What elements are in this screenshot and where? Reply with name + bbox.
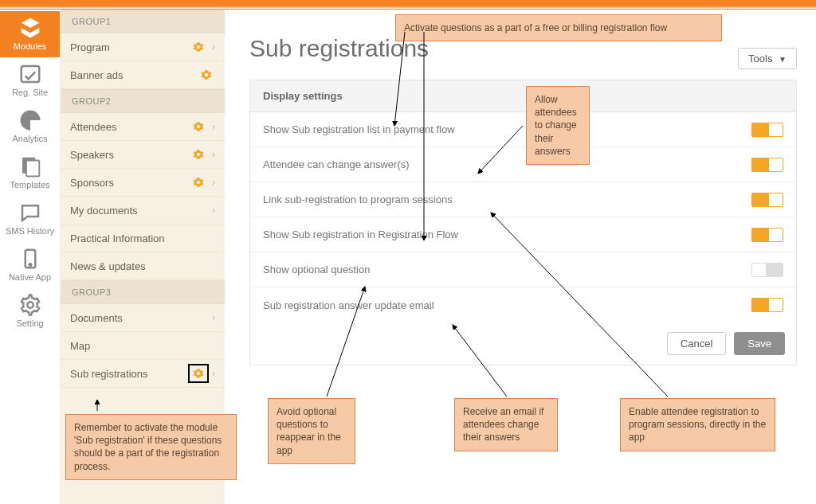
setting-row-3: Show Sub registration in Registration Fl…: [250, 217, 796, 252]
svg-point-4: [29, 264, 31, 266]
setting-toggle-3[interactable]: [751, 228, 783, 242]
setting-row-4: Show optional question: [250, 252, 796, 287]
sidebar-item-label: Documents: [70, 312, 207, 324]
iconbar-item-reg-site[interactable]: Reg. Site: [0, 57, 60, 104]
iconbar-label: Native App: [9, 272, 51, 282]
sidebar-group-group3: GROUP3: [61, 280, 225, 304]
gear-icon[interactable]: [190, 39, 207, 55]
sidebar-item-map[interactable]: Map: [61, 332, 225, 360]
sms-history-icon: [18, 201, 42, 226]
callout-remember-module: Remember to activate the module 'Sub reg…: [65, 414, 237, 480]
sidebar-item-program[interactable]: Program›: [61, 33, 225, 61]
sidebar-item-my-documents[interactable]: My documents›: [61, 197, 225, 225]
svg-rect-0: [21, 66, 39, 82]
iconbar-label: Modules: [14, 41, 47, 51]
setting-toggle-1[interactable]: [751, 158, 783, 172]
panel-header: Display settings: [250, 80, 796, 112]
sidebar-item-attendees[interactable]: Attendees›: [61, 113, 225, 141]
iconbar-label: SMS History: [6, 226, 54, 236]
setting-toggle-4[interactable]: [751, 263, 783, 277]
top-accent-bar: [0, 0, 816, 10]
callout-allow-change: Allow attendees to change their answers: [526, 86, 590, 165]
setting-label: Show Sub registration in Registration Fl…: [263, 229, 458, 240]
iconbar-item-sms-history[interactable]: SMS History: [0, 196, 60, 242]
setting-row-2: Link sub-registration to program session…: [250, 182, 796, 217]
sidebar-item-documents[interactable]: Documents›: [61, 304, 225, 332]
chevron-right-icon: ›: [212, 41, 215, 53]
chevron-right-icon: ›: [212, 177, 215, 188]
setting-row-1: Attendee can change answer(s): [250, 147, 796, 182]
callout-enable-sessions: Enable attendee registration to program …: [620, 398, 775, 451]
sidebar-item-label: My documents: [70, 205, 207, 217]
sidebar-group-group2: GROUP2: [61, 89, 225, 113]
setting-icon: [18, 293, 42, 318]
setting-label: Show Sub registration list in payment fl…: [263, 123, 455, 135]
iconbar-item-templates[interactable]: Templates: [0, 150, 60, 196]
tools-dropdown[interactable]: Tools ▼: [738, 48, 797, 69]
sidebar-item-sponsors[interactable]: Sponsors›: [61, 169, 225, 197]
sidebar-group-group1: GROUP1: [61, 10, 225, 33]
callout-avoid-optional: Avoid optional questions to reappear in …: [268, 398, 355, 464]
sidebar-item-label: News & updates: [70, 260, 215, 272]
gear-icon[interactable]: [190, 365, 207, 381]
setting-toggle-5[interactable]: [751, 298, 783, 312]
sidebar-item-label: Map: [70, 340, 215, 352]
sidebar-item-label: Sub registrations: [70, 368, 190, 380]
setting-label: Show optional question: [263, 264, 370, 275]
sidebar-item-speakers[interactable]: Speakers›: [61, 141, 225, 169]
save-button[interactable]: Save: [734, 332, 785, 355]
sidebar-item-label: Sponsors: [70, 177, 190, 189]
chevron-right-icon: ›: [212, 368, 215, 379]
sidebar-item-label: Speakers: [70, 149, 190, 161]
sidebar-item-banner-ads[interactable]: Banner ads: [61, 61, 225, 89]
iconbar-label: Templates: [10, 180, 49, 189]
setting-toggle-0[interactable]: [751, 123, 783, 137]
sidebar-item-label: Banner ads: [70, 69, 198, 81]
setting-toggle-2[interactable]: [751, 193, 783, 207]
native-app-icon: [18, 247, 42, 272]
modules-icon: [18, 16, 42, 41]
gear-icon[interactable]: [190, 147, 207, 162]
svg-rect-2: [26, 161, 39, 177]
sidebar-item-news-updates[interactable]: News & updates: [61, 252, 225, 280]
caret-down-icon: ▼: [779, 55, 787, 64]
iconbar-label: Reg. Site: [12, 88, 48, 97]
sidebar-item-label: Program: [70, 41, 190, 53]
display-settings-panel: Display settings Show Sub registration l…: [249, 80, 797, 365]
iconbar-label: Analytics: [12, 134, 47, 143]
chevron-right-icon: ›: [212, 205, 215, 216]
panel-actions: Cancel Save: [250, 322, 796, 365]
svg-point-5: [27, 302, 33, 308]
callout-activate-flow: Activate questions as a part of a free o…: [395, 14, 722, 41]
gear-icon[interactable]: [190, 119, 207, 135]
iconbar-item-analytics[interactable]: Analytics: [0, 104, 60, 150]
iconbar-item-native-app[interactable]: Native App: [0, 242, 60, 288]
sidebar-item-sub-registrations[interactable]: Sub registrations›: [61, 360, 225, 388]
iconbar-label: Setting: [16, 318, 43, 328]
setting-label: Link sub-registration to program session…: [263, 193, 453, 205]
chevron-right-icon: ›: [212, 149, 215, 160]
chevron-right-icon: ›: [212, 312, 215, 323]
callout-receive-email: Receive an email if attendees change the…: [454, 398, 558, 451]
chevron-right-icon: ›: [212, 121, 215, 132]
setting-row-5: Sub registration answer update email: [250, 287, 796, 322]
iconbar-item-setting[interactable]: Setting: [0, 288, 60, 334]
iconbar-item-modules[interactable]: Modules: [0, 11, 60, 57]
sidebar-item-label: Attendees: [70, 121, 190, 133]
templates-icon: [18, 154, 42, 180]
gear-icon[interactable]: [190, 174, 207, 190]
analytics-icon: [18, 108, 42, 134]
tools-label: Tools: [748, 53, 772, 64]
icon-bar: ModulesReg. SiteAnalyticsTemplatesSMS Hi…: [0, 10, 60, 504]
setting-row-0: Show Sub registration list in payment fl…: [250, 112, 796, 147]
cancel-button[interactable]: Cancel: [667, 332, 726, 355]
gear-icon[interactable]: [198, 67, 215, 83]
setting-label: Attendee can change answer(s): [263, 158, 410, 170]
sidebar-item-practical-information[interactable]: Practical Information: [61, 225, 225, 252]
sidebar-item-label: Practical Information: [70, 232, 215, 244]
reg-site-icon: [18, 62, 42, 88]
setting-label: Sub registration answer update email: [263, 299, 434, 311]
